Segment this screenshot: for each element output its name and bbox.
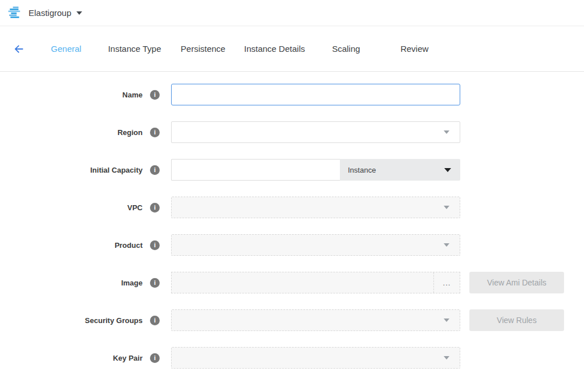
info-icon[interactable]: i [150,203,160,213]
view-rules-button[interactable]: View Rules [469,309,564,331]
capacity-unit-value: Instance [348,166,376,174]
name-label: Name [0,91,143,99]
general-step-form: Name i Region i Initial Capacity i [0,72,584,369]
initial-capacity-input[interactable] [171,159,340,181]
wizard-tab-bar: General Instance Type Persistence Instan… [0,26,584,72]
top-bar: Elastigroup [0,0,584,26]
tab-general[interactable]: General [32,26,100,72]
tab-review[interactable]: Review [380,26,449,72]
info-icon[interactable]: i [150,316,160,325]
form-row-image: Image i ... View Ami Details [0,272,584,293]
tab-persistence[interactable]: Persistence [169,26,237,72]
tab-instance-type[interactable]: Instance Type [100,26,169,72]
form-row-key-pair: Key Pair i [0,347,584,369]
product-label: Product [0,241,143,250]
capacity-unit-select[interactable]: Instance [340,159,460,181]
image-label: Image [0,279,143,287]
key-pair-select[interactable] [171,347,460,369]
form-row-security-groups: Security Groups i View Rules [0,309,584,331]
elastigroup-logo-icon [8,6,23,20]
wizard-tabs: General Instance Type Persistence Instan… [32,26,449,72]
back-button[interactable] [11,42,26,56]
image-value [172,272,433,293]
form-row-initial-capacity: Initial Capacity i Instance [0,159,584,181]
back-arrow-icon [13,43,25,55]
image-browse-button[interactable]: ... [433,272,460,293]
info-icon[interactable]: i [150,278,160,288]
tab-scaling[interactable]: Scaling [312,26,380,72]
info-icon[interactable]: i [150,90,160,100]
name-input[interactable] [171,84,460,105]
app-switcher-label[interactable]: Elastigroup [29,8,71,18]
elastigroup-wizard-screen: Elastigroup General Instance Type Persis… [0,0,584,392]
tab-instance-details[interactable]: Instance Details [237,26,312,72]
product-select[interactable] [171,234,460,256]
chevron-down-icon [444,168,451,172]
info-icon[interactable]: i [150,353,160,363]
chevron-down-icon [444,356,449,360]
security-groups-select[interactable] [171,309,460,331]
region-label: Region [0,128,143,137]
chevron-down-icon[interactable] [76,11,82,15]
view-ami-details-button[interactable]: View Ami Details [469,272,564,293]
info-icon[interactable]: i [150,240,160,250]
vpc-select[interactable] [171,197,460,218]
form-row-name: Name i [0,84,584,105]
initial-capacity-label: Initial Capacity [0,166,143,174]
info-icon[interactable]: i [150,165,160,175]
form-row-region: Region i [0,121,584,143]
image-input[interactable]: ... [171,272,460,293]
chevron-down-icon [444,243,449,247]
form-row-product: Product i [0,234,584,256]
security-groups-label: Security Groups [0,316,143,325]
chevron-down-icon [444,206,449,209]
chevron-down-icon [444,318,449,322]
form-row-vpc: VPC i [0,197,584,218]
region-select[interactable] [171,121,460,143]
chevron-down-icon [444,130,449,134]
info-icon[interactable]: i [150,128,160,137]
vpc-label: VPC [0,203,143,212]
key-pair-label: Key Pair [0,354,143,362]
